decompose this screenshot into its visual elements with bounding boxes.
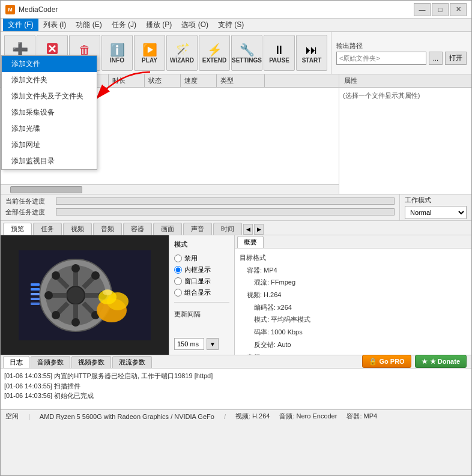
- summary-body: 目标格式 容器: MP4 混流: FFmpeg 视频: H.264 编码器: x…: [235, 249, 471, 355]
- interval-row: ▼: [174, 338, 229, 350]
- output-path-input[interactable]: [336, 52, 426, 65]
- svg-rect-27: [31, 283, 40, 286]
- svg-point-17: [44, 291, 53, 300]
- tab-next-btn[interactable]: ▶: [254, 224, 264, 235]
- radio-window[interactable]: 窗口显示: [174, 277, 229, 286]
- progress-section: 当前任务进度 全部任务进度: [1, 194, 399, 220]
- info-label: INFO: [110, 57, 124, 64]
- donate-button[interactable]: ★ ★ Donate: [415, 355, 467, 368]
- radio-internal-input[interactable]: [174, 266, 182, 274]
- col-header-duration: 时长: [109, 74, 145, 87]
- menu-bar: 文件 (F) 列表 (I) 功能 (E) 任务 (J) 播放 (P) 选项 (O…: [1, 19, 471, 32]
- tab-video[interactable]: 视频: [63, 223, 92, 235]
- menu-list[interactable]: 列表 (I): [38, 19, 71, 31]
- log-tab-mux[interactable]: 混流参数: [112, 356, 152, 368]
- radio-window-input[interactable]: [174, 277, 182, 285]
- dropdown-item-add-capture[interactable]: 添加采集设备: [2, 104, 97, 121]
- total-progress-row: 全部任务进度: [5, 206, 395, 217]
- extend-icon: ⚡: [207, 44, 222, 56]
- tab-picture[interactable]: 画面: [153, 223, 182, 235]
- svg-rect-29: [31, 293, 40, 295]
- toolbar-pause-button[interactable]: ⏸ PAUSE: [264, 35, 295, 71]
- summary-tab-overview[interactable]: 概要: [237, 236, 264, 248]
- interval-label: 更新间隔: [174, 310, 229, 319]
- go-pro-button[interactable]: 🔒 Go PRO: [362, 355, 411, 368]
- toolbar-info-button[interactable]: ℹ️ INFO: [101, 35, 133, 71]
- status-state: 空闲: [5, 412, 19, 421]
- dropdown-item-add-url[interactable]: 添加网址: [2, 137, 97, 153]
- app-icon: M: [5, 5, 15, 14]
- tab-sound[interactable]: 声音: [183, 223, 212, 235]
- log-tab-audio[interactable]: 音频参数: [31, 356, 70, 368]
- tab-time[interactable]: 时间: [213, 223, 242, 235]
- col-header-speed: 速度: [181, 74, 217, 87]
- current-progress-label: 当前任务进度: [5, 197, 53, 206]
- radio-window-label: 窗口显示: [184, 277, 211, 286]
- svg-rect-30: [31, 298, 40, 300]
- interval-input[interactable]: [174, 338, 204, 350]
- toolbar-settings-button[interactable]: 🔧 SETTINGS: [231, 35, 262, 71]
- work-mode-select[interactable]: Normal Batch Auto: [405, 206, 467, 219]
- summary-line-1: 混流: FFmpeg: [240, 277, 467, 288]
- properties-body: (选择一个文件显示其属性): [339, 88, 471, 194]
- svg-point-26: [103, 289, 112, 295]
- tab-tasks[interactable]: 任务: [33, 223, 62, 235]
- log-tab-log[interactable]: 日志: [3, 356, 29, 368]
- output-path-area: 输出路径 ... 打开: [331, 32, 471, 74]
- file-list-hscroll[interactable]: [1, 184, 339, 194]
- radio-internal[interactable]: 内框显示: [174, 265, 229, 274]
- svg-rect-28: [31, 288, 40, 291]
- toolbar-start-button[interactable]: ⏭ START: [296, 35, 327, 71]
- summary-line-3: 编码器: x264: [240, 302, 467, 313]
- menu-play[interactable]: 播放 (P): [141, 19, 177, 31]
- tab-audio[interactable]: 音频: [93, 223, 122, 235]
- radio-combined[interactable]: 组合显示: [174, 288, 229, 297]
- menu-func[interactable]: 功能 (E): [71, 19, 106, 31]
- log-line-1: [01-06 14:03:55] 扫描插件: [4, 381, 468, 391]
- menu-file[interactable]: 文件 (F): [3, 19, 38, 31]
- menu-opts[interactable]: 选项 (O): [177, 19, 213, 31]
- log-tab-video[interactable]: 视频参数: [71, 356, 111, 368]
- dropdown-item-add-watch[interactable]: 添加监视目录: [2, 153, 97, 169]
- toolbar-play-button[interactable]: ▶️ PLAY: [134, 35, 165, 71]
- summary-line-0: 容器: MP4: [240, 265, 467, 276]
- dropdown-item-add-disc[interactable]: 添加光碟: [2, 121, 97, 137]
- dropdown-item-add-file[interactable]: 添加文件: [2, 56, 97, 72]
- radio-disabled[interactable]: 禁用: [174, 254, 229, 263]
- wizard-icon: 🪄: [175, 44, 190, 56]
- current-progress-row: 当前任务进度: [5, 196, 395, 206]
- main-window: M MediaCoder — □ ✕ 文件 (F) 列表 (I) 功能 (E) …: [0, 0, 472, 476]
- dropdown-item-add-folder[interactable]: 添加文件夹: [2, 72, 97, 88]
- output-path-label: 输出路径: [336, 41, 467, 50]
- summary-format-title: 目标格式: [240, 252, 467, 264]
- total-progress-bar-container: [56, 208, 395, 215]
- play-label: PLAY: [142, 57, 157, 64]
- interval-dropdown-btn[interactable]: ▼: [207, 338, 219, 350]
- summary-line-4: 模式: 平均码率模式: [240, 314, 467, 325]
- tab-prev-btn[interactable]: ◀: [243, 224, 253, 235]
- output-browse-button[interactable]: ...: [429, 52, 443, 65]
- toolbar-wizard-button[interactable]: 🪄 WIZARD: [166, 35, 198, 71]
- menu-task[interactable]: 任务 (J): [107, 19, 141, 31]
- log-actions: 🔒 Go PRO ★ ★ Donate: [362, 355, 469, 368]
- menu-help[interactable]: 支持 (S): [213, 19, 249, 31]
- radio-disabled-label: 禁用: [184, 254, 198, 263]
- tab-container[interactable]: 容器: [123, 223, 152, 235]
- radio-disabled-input[interactable]: [174, 255, 182, 262]
- current-progress-bar-container: [56, 197, 395, 205]
- work-mode-label: 工作模式: [405, 196, 467, 205]
- dropdown-item-add-folder-sub[interactable]: 添加文件夹及子文件夹: [2, 88, 97, 104]
- radio-combined-input[interactable]: [174, 289, 182, 297]
- svg-rect-31: [31, 303, 40, 305]
- summary-panel: 概要 目标格式 容器: MP4 混流: FFmpeg 视频: H.264 编码器…: [235, 235, 471, 355]
- close-button[interactable]: ✕: [450, 3, 467, 16]
- status-container: 容器: MP4: [346, 412, 377, 421]
- maximize-button[interactable]: □: [432, 3, 449, 16]
- pause-label: PAUSE: [269, 57, 289, 64]
- output-open-button[interactable]: 打开: [445, 52, 467, 65]
- toolbar-extend-button[interactable]: ⚡ EXTEND: [199, 35, 230, 71]
- minimize-button[interactable]: —: [414, 3, 431, 16]
- properties-header: 属性: [339, 74, 471, 88]
- tab-preview[interactable]: 预览: [3, 223, 32, 235]
- preview-panel: [1, 235, 169, 355]
